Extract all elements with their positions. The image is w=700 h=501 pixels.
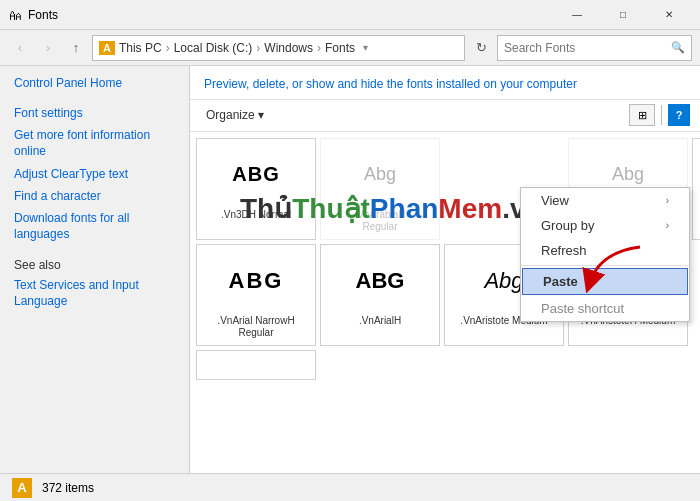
- view-button[interactable]: ⊞: [629, 104, 655, 126]
- see-also-section: See also Text Services and Input Languag…: [14, 258, 175, 309]
- titlebar-title: Fonts: [28, 8, 58, 22]
- sidebar-control-panel[interactable]: Control Panel Home: [14, 76, 175, 90]
- font-area: ABG .Vn3DH Normal Abg .VnArabiaHRegular …: [190, 132, 700, 473]
- font-preview: ABG: [203, 145, 309, 205]
- breadcrumb-windows[interactable]: Windows: [264, 41, 313, 55]
- sidebar-font-settings[interactable]: Font settings: [14, 106, 175, 120]
- sidebar-download[interactable]: Download fonts for all languages: [14, 211, 175, 242]
- font-item[interactable]: [196, 350, 316, 380]
- maximize-button[interactable]: □: [600, 0, 646, 30]
- search-input[interactable]: [504, 41, 671, 55]
- font-preview: Abg: [327, 145, 433, 205]
- organize-button[interactable]: Organize ▾: [200, 106, 270, 124]
- ctx-refresh[interactable]: Refresh: [521, 238, 689, 263]
- addressbar: ‹ › ↑ A This PC › Local Disk (C:) › Wind…: [0, 30, 700, 66]
- help-button[interactable]: ?: [668, 104, 690, 126]
- sidebar-cleartype[interactable]: Adjust ClearType text: [14, 167, 175, 181]
- font-preview: ABG: [203, 251, 309, 311]
- context-menu: View › Group by › Refresh Paste Paste sh…: [520, 187, 690, 322]
- search-box: 🔍: [497, 35, 692, 61]
- titlebar: 🗛 Fonts — □ ✕: [0, 0, 700, 30]
- font-item[interactable]: ABG .VnArial NarrowH Regular: [196, 244, 316, 346]
- font-name: .Vn3DH Normal: [221, 209, 291, 221]
- search-icon: 🔍: [671, 41, 685, 54]
- forward-button[interactable]: ›: [36, 36, 60, 60]
- content-toolbar: Organize ▾ ⊞ ?: [190, 100, 700, 132]
- breadcrumb-icon: A: [99, 41, 115, 55]
- ctx-separator: [521, 265, 689, 266]
- ctx-paste[interactable]: Paste: [522, 268, 688, 295]
- sidebar-more-info[interactable]: Get more font information online: [14, 128, 175, 159]
- ctx-view[interactable]: View ›: [521, 188, 689, 213]
- font-item[interactable]: ABG .Vn3DH Normal: [196, 138, 316, 240]
- content-area: Preview, delete, or show and hide the fo…: [190, 66, 700, 473]
- toolbar-divider: [661, 105, 662, 125]
- see-also-title: See also: [14, 258, 175, 272]
- font-item[interactable]: Abg .VnArial: [692, 138, 700, 240]
- sidebar-find-char[interactable]: Find a character: [14, 189, 175, 203]
- main-layout: Control Panel Home Font settings Get mor…: [0, 66, 700, 473]
- font-preview: ABG: [327, 251, 433, 311]
- ctx-group-arrow: ›: [666, 220, 669, 231]
- app-icon: 🗛: [8, 7, 22, 23]
- sidebar-text-services[interactable]: Text Services and Input Language: [14, 278, 175, 309]
- close-button[interactable]: ✕: [646, 0, 692, 30]
- ctx-group-by[interactable]: Group by ›: [521, 213, 689, 238]
- breadcrumb-this-pc[interactable]: This PC: [119, 41, 162, 55]
- refresh-button[interactable]: ↻: [469, 36, 493, 60]
- font-item[interactable]: ABG .VnArialH: [320, 244, 440, 346]
- font-item[interactable]: Abg .VnArabiaHRegular: [320, 138, 440, 240]
- statusbar: A 372 items: [0, 473, 700, 501]
- font-name: .VnArabiaHRegular: [354, 209, 405, 233]
- titlebar-controls: — □ ✕: [554, 0, 692, 30]
- status-count: 372 items: [42, 481, 94, 495]
- font-preview: [203, 357, 309, 373]
- content-description: Preview, delete, or show and hide the fo…: [204, 76, 686, 93]
- back-button[interactable]: ‹: [8, 36, 32, 60]
- minimize-button[interactable]: —: [554, 0, 600, 30]
- up-button[interactable]: ↑: [64, 36, 88, 60]
- breadcrumb-local-disk[interactable]: Local Disk (C:): [174, 41, 253, 55]
- sidebar: Control Panel Home Font settings Get mor…: [0, 66, 190, 473]
- ctx-view-arrow: ›: [666, 195, 669, 206]
- ctx-paste-shortcut[interactable]: Paste shortcut: [521, 296, 689, 321]
- status-icon: A: [12, 478, 32, 498]
- content-header: Preview, delete, or show and hide the fo…: [190, 66, 700, 100]
- font-name: .VnArialH: [359, 315, 401, 327]
- font-name: .VnArial NarrowH Regular: [203, 315, 309, 339]
- breadcrumb-fonts[interactable]: Fonts: [325, 41, 355, 55]
- breadcrumb: A This PC › Local Disk (C:) › Windows › …: [92, 35, 465, 61]
